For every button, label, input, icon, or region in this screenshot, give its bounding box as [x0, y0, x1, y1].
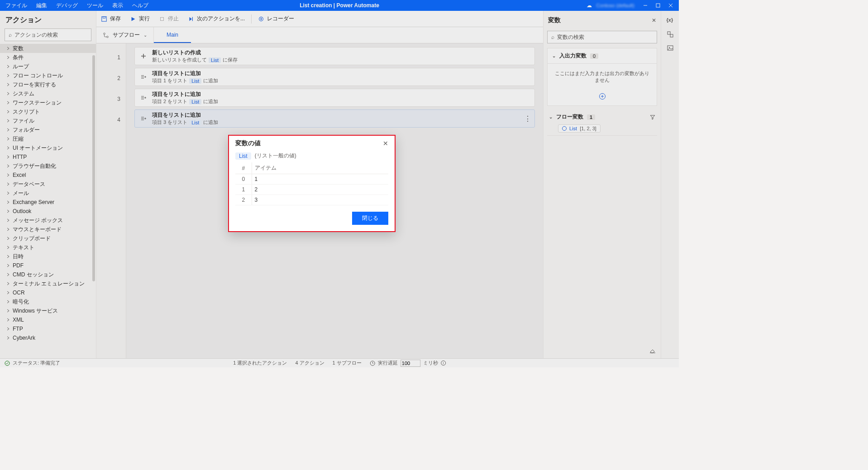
- variable-value-dialog: 変数の値 ✕ List (リスト一般の値) # アイテム 011223 閉じる: [228, 135, 396, 232]
- dialog-close-button[interactable]: ✕: [383, 140, 388, 147]
- table-row[interactable]: 12: [235, 185, 388, 195]
- row-index: 2: [235, 195, 252, 205]
- row-index: 0: [235, 174, 252, 185]
- row-value: 2: [252, 185, 388, 195]
- dialog-var-type: (リスト一般の値): [255, 152, 296, 160]
- dialog-var-name: List: [235, 152, 251, 160]
- dialog-table: # アイテム 011223: [235, 162, 388, 205]
- row-index: 1: [235, 185, 252, 195]
- table-row[interactable]: 01: [235, 174, 388, 185]
- dialog-close-primary-button[interactable]: 閉じる: [352, 212, 388, 225]
- col-index: #: [235, 162, 252, 174]
- col-item: アイテム: [252, 162, 388, 174]
- row-value: 1: [252, 174, 388, 185]
- row-value: 3: [252, 195, 388, 205]
- dialog-title: 変数の値: [235, 139, 261, 147]
- table-row[interactable]: 23: [235, 195, 388, 205]
